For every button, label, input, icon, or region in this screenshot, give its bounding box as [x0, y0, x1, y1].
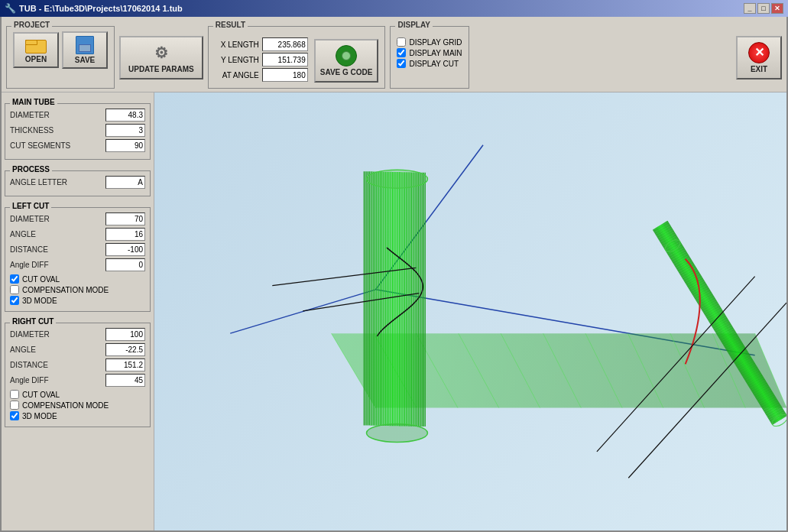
top-bar: PROJECT OPEN SAVE ⚙ UPDATE PARAMS RESULT: [2, 17, 786, 92]
rc-diameter-label: DIAMETER: [10, 330, 50, 339]
close-button[interactable]: ✕: [771, 3, 783, 14]
right-cut-group: RIGHT CUT DIAMETER ANGLE DISTANCE Angle …: [5, 323, 151, 427]
maximize-button[interactable]: □: [757, 3, 770, 14]
open-button[interactable]: OPEN: [13, 32, 59, 68]
rc-3d-mode-label: 3D MODE: [22, 412, 57, 420]
exit-button[interactable]: ✕ EXIT: [736, 36, 782, 79]
rc-angle-input[interactable]: [105, 343, 145, 356]
rc-distance-input[interactable]: [105, 358, 145, 371]
rc-distance-label: DISTANCE: [10, 361, 48, 369]
display-grid-row: DISPLAY GRID: [397, 37, 462, 47]
app-icon: 🔧: [5, 3, 16, 14]
update-params-button[interactable]: ⚙ UPDATE PARAMS: [119, 36, 203, 79]
rc-cut-oval-label: CUT OVAL: [22, 391, 60, 399]
lc-cut-oval-row: CUT OVAL: [10, 274, 145, 284]
rc-cut-oval-row: CUT OVAL: [10, 390, 145, 399]
mt-diameter-label: DIAMETER: [10, 111, 50, 119]
angle-letter-label: ANGLE LETTER: [10, 178, 67, 187]
main-tube-group: MAIN TUBE DIAMETER THICKNESS CUT SEGMENT…: [5, 103, 151, 160]
lc-distance-input[interactable]: [105, 243, 145, 256]
lc-distance-label: DISTANCE: [10, 245, 48, 254]
save-gcode-label: SAVE G CODE: [320, 68, 373, 76]
title-bar: 🔧 TUB - E:\Tube3D\Projects\17062014 1.tu…: [0, 0, 788, 17]
lc-3d-mode-row: 3D MODE: [10, 296, 145, 305]
process-label: PROCESS: [10, 165, 52, 174]
rc-diameter-input[interactable]: [105, 328, 145, 341]
rc-compensation-mode-row: COMPENSATION MODE: [10, 401, 145, 410]
x-length-input[interactable]: [262, 37, 308, 51]
lc-angle-diff-label: Angle DIFF: [10, 261, 49, 269]
tube-canvas: [154, 92, 786, 530]
rc-angle-diff-label: Angle DIFF: [10, 376, 49, 384]
gear-icon: ⚙: [151, 42, 172, 63]
display-main-checkbox[interactable]: [397, 48, 406, 57]
left-panel: MAIN TUBE DIAMETER THICKNESS CUT SEGMENT…: [2, 92, 154, 530]
rc-3d-mode-row: 3D MODE: [10, 411, 145, 420]
lc-compensation-mode-row: COMPENSATION MODE: [10, 285, 145, 294]
mt-cut-segments-input[interactable]: [105, 139, 145, 152]
lc-cut-oval-label: CUT OVAL: [22, 275, 60, 284]
lc-angle-label: ANGLE: [10, 230, 36, 238]
save-gcode-button[interactable]: SAVE G CODE: [314, 39, 379, 83]
display-cut-checkbox[interactable]: [397, 59, 406, 68]
x-length-label: X LENGTH: [215, 41, 259, 49]
main-tube-label: MAIN TUBE: [10, 98, 57, 106]
process-group: PROCESS ANGLE LETTER: [5, 170, 151, 196]
display-group: DISPLAY DISPLAY GRID DISPLAY MAIN DISPLA…: [390, 26, 469, 89]
exit-label: EXIT: [751, 65, 767, 73]
minimize-button[interactable]: _: [744, 3, 756, 14]
rc-angle-diff-input[interactable]: [105, 374, 145, 387]
at-angle-input[interactable]: [262, 68, 308, 82]
display-label: DISPLAY: [395, 21, 432, 29]
project-label: PROJECT: [11, 21, 52, 29]
save-icon: [76, 36, 94, 54]
rc-3d-mode-checkbox[interactable]: [10, 411, 19, 420]
project-group: PROJECT OPEN SAVE: [6, 26, 115, 89]
update-params-label: UPDATE PARAMS: [128, 65, 194, 73]
lc-compensation-mode-label: COMPENSATION MODE: [22, 286, 109, 294]
open-label: OPEN: [25, 55, 47, 63]
at-angle-label: AT ANGLE: [215, 71, 259, 79]
display-grid-label: DISPLAY GRID: [409, 38, 462, 47]
y-length-label: Y LENGTH: [215, 56, 259, 64]
save-button[interactable]: SAVE: [62, 31, 108, 69]
rc-compensation-mode-checkbox[interactable]: [10, 401, 19, 410]
angle-letter-input[interactable]: [105, 176, 145, 189]
save-label: SAVE: [75, 56, 96, 64]
right-cut-label: RIGHT CUT: [10, 317, 56, 326]
3d-viewport[interactable]: [154, 92, 786, 530]
main-window: PROJECT OPEN SAVE ⚙ UPDATE PARAMS RESULT: [0, 17, 788, 532]
lc-3d-mode-checkbox[interactable]: [10, 296, 19, 305]
lc-diameter-input[interactable]: [105, 212, 145, 225]
content-area: MAIN TUBE DIAMETER THICKNESS CUT SEGMENT…: [2, 92, 786, 530]
display-main-label: DISPLAY MAIN: [409, 49, 462, 57]
disk-green-icon: [336, 45, 357, 66]
window-title: TUB - E:\Tube3D\Projects\17062014 1.tub: [19, 4, 183, 13]
display-main-row: DISPLAY MAIN: [397, 48, 462, 57]
display-cut-label: DISPLAY CUT: [409, 60, 459, 68]
rc-compensation-mode-label: COMPENSATION MODE: [22, 401, 109, 410]
mt-diameter-input[interactable]: [105, 109, 145, 122]
display-cut-row: DISPLAY CUT: [397, 59, 459, 68]
result-label: RESULT: [213, 21, 248, 29]
folder-icon: [25, 37, 47, 54]
mt-thickness-label: THICKNESS: [10, 126, 54, 135]
lc-angle-input[interactable]: [105, 228, 145, 241]
lc-diameter-label: DIAMETER: [10, 215, 50, 223]
mt-cut-segments-label: CUT SEGMENTS: [10, 141, 70, 150]
left-cut-group: LEFT CUT DIAMETER ANGLE DISTANCE Angle D…: [5, 207, 151, 312]
rc-angle-label: ANGLE: [10, 345, 36, 354]
display-grid-checkbox[interactable]: [397, 37, 406, 47]
left-cut-label: LEFT CUT: [10, 202, 51, 210]
y-length-input[interactable]: [262, 53, 308, 66]
lc-cut-oval-checkbox[interactable]: [10, 274, 19, 284]
rc-cut-oval-checkbox[interactable]: [10, 390, 19, 399]
lc-3d-mode-label: 3D MODE: [22, 297, 57, 305]
mt-thickness-input[interactable]: [105, 124, 145, 137]
exit-icon: ✕: [748, 42, 770, 63]
result-group: RESULT X LENGTH Y LENGTH AT ANGLE: [208, 26, 386, 89]
lc-compensation-mode-checkbox[interactable]: [10, 285, 19, 294]
lc-angle-diff-input[interactable]: [105, 258, 145, 271]
